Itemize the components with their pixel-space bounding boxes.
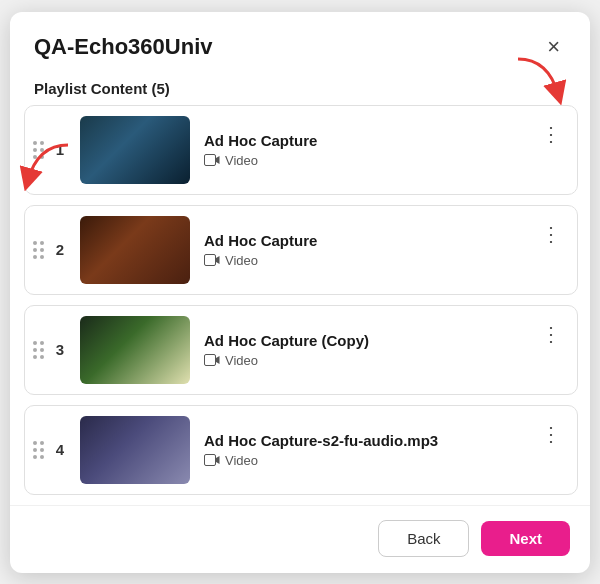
dialog: QA-Echo360Univ × Playlist Content (5) 1 … [10, 12, 590, 573]
dialog-footer: Back Next [10, 505, 590, 573]
item-info: Ad Hoc Capture-s2-fu-audio.mp3 Video [204, 432, 535, 468]
item-thumbnail [80, 116, 190, 184]
svg-rect-2 [205, 355, 216, 366]
list-item: 2 Ad Hoc Capture Video ⋮ [24, 205, 578, 295]
item-menu-button[interactable]: ⋮ [535, 320, 567, 348]
video-icon [204, 154, 220, 166]
item-type: Video [204, 153, 535, 168]
playlist-list: 1 Ad Hoc Capture Video ⋮ [10, 105, 586, 505]
item-name: Ad Hoc Capture (Copy) [204, 332, 535, 349]
item-thumbnail [80, 316, 190, 384]
item-type: Video [204, 253, 535, 268]
item-info: Ad Hoc Capture Video [204, 232, 535, 268]
item-menu-button[interactable]: ⋮ [535, 120, 567, 148]
drag-handle[interactable] [31, 441, 50, 459]
list-item: 1 Ad Hoc Capture Video ⋮ [24, 105, 578, 195]
item-number: 3 [50, 341, 70, 358]
item-thumbnail [80, 416, 190, 484]
item-thumbnail [80, 216, 190, 284]
item-name: Ad Hoc Capture [204, 132, 535, 149]
svg-rect-0 [205, 155, 216, 166]
drag-handle[interactable] [31, 241, 50, 259]
drag-handle[interactable] [31, 141, 50, 159]
section-title: Playlist Content (5) [10, 70, 590, 105]
close-button[interactable]: × [541, 34, 566, 60]
item-name: Ad Hoc Capture-s2-fu-audio.mp3 [204, 432, 535, 449]
video-icon [204, 354, 220, 366]
item-info: Ad Hoc Capture Video [204, 132, 535, 168]
next-button[interactable]: Next [481, 521, 570, 556]
item-menu-button[interactable]: ⋮ [535, 420, 567, 448]
video-icon [204, 454, 220, 466]
item-type: Video [204, 353, 535, 368]
back-button[interactable]: Back [378, 520, 469, 557]
type-label: Video [225, 153, 258, 168]
type-label: Video [225, 453, 258, 468]
svg-rect-3 [205, 455, 216, 466]
video-icon [204, 254, 220, 266]
item-number: 4 [50, 441, 70, 458]
item-number: 2 [50, 241, 70, 258]
drag-handle[interactable] [31, 341, 50, 359]
type-label: Video [225, 353, 258, 368]
item-info: Ad Hoc Capture (Copy) Video [204, 332, 535, 368]
type-label: Video [225, 253, 258, 268]
list-item: 4 Ad Hoc Capture-s2-fu-audio.mp3 Video ⋮ [24, 405, 578, 495]
dialog-title: QA-Echo360Univ [34, 34, 213, 60]
list-item: 3 Ad Hoc Capture (Copy) Video ⋮ [24, 305, 578, 395]
item-name: Ad Hoc Capture [204, 232, 535, 249]
dialog-header: QA-Echo360Univ × [10, 12, 590, 70]
svg-rect-1 [205, 255, 216, 266]
item-menu-button[interactable]: ⋮ [535, 220, 567, 248]
item-number: 1 [50, 141, 70, 158]
item-type: Video [204, 453, 535, 468]
